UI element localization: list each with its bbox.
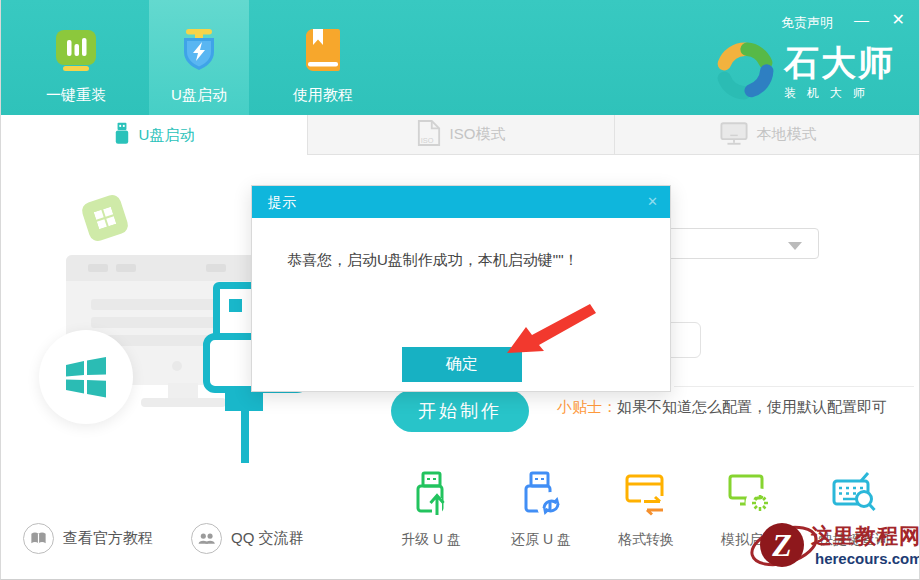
- tab-label: U盘启动: [139, 126, 195, 145]
- nav-label: 一键重装: [26, 86, 126, 105]
- book-icon: [300, 27, 346, 73]
- watermark-z-logo: Z: [747, 508, 819, 580]
- usb-drive-pin: [229, 299, 242, 312]
- close-button[interactable]: ✕: [892, 10, 905, 29]
- chevron-down-icon: [788, 242, 802, 250]
- tool-upgrade-usb[interactable]: 升级 U 盘: [383, 470, 479, 549]
- tab-local-mode[interactable]: 本地模式: [614, 115, 920, 155]
- link-label: 查看官方教程: [63, 529, 153, 548]
- nav-label: 使用教程: [273, 86, 373, 105]
- minimize-button[interactable]: —: [854, 11, 869, 28]
- prompt-dialog: 提示 ✕ 恭喜您，启动U盘制作成功，本机启动键""！ 确定: [251, 185, 671, 392]
- windows-logo-badge: [39, 330, 133, 424]
- monitor-icon: [720, 121, 748, 149]
- monitor-stand: [168, 383, 198, 399]
- tool-label: 还原 U 盘: [511, 531, 571, 549]
- dialog-message: 恭喜您，启动U盘制作成功，本机启动键""！: [287, 251, 640, 270]
- tool-restore-usb[interactable]: 还原 U 盘: [493, 470, 589, 549]
- disclaimer-link[interactable]: 免责声明: [781, 14, 833, 32]
- tab-label: ISO模式: [450, 125, 506, 144]
- dialog-close-icon[interactable]: ✕: [647, 186, 658, 218]
- official-tutorial-link[interactable]: 查看官方教程: [23, 523, 153, 554]
- tab-label: 本地模式: [757, 125, 817, 144]
- tool-label: 格式转换: [618, 531, 674, 549]
- nav-item-one-key-reinstall[interactable]: 一键重装: [26, 0, 126, 115]
- tab-iso-mode[interactable]: ISO ISO模式: [307, 115, 614, 155]
- usb-cable: [241, 410, 249, 463]
- monitor-stand-base: [141, 398, 226, 407]
- bar-chart-icon: [53, 27, 99, 73]
- tab-usb-boot[interactable]: U盘启动: [1, 115, 307, 155]
- tool-format-convert[interactable]: 格式转换: [598, 470, 694, 549]
- format-convert-icon: [623, 470, 669, 522]
- tip-text: 小贴士：如果不知道怎么配置，使用默认配置即可: [557, 398, 887, 417]
- brand-tagline: 装机大师: [784, 85, 895, 102]
- qq-group-link[interactable]: QQ 交流群: [191, 523, 304, 554]
- main-area: 开始制作 小贴士：如果不知道怎么配置，使用默认配置即可 提示 ✕ 恭喜您，启动U…: [1, 155, 920, 580]
- shield-usb-icon: [176, 27, 222, 73]
- nav-item-tutorial[interactable]: 使用教程: [273, 0, 373, 115]
- usb-cable-plug: [225, 392, 263, 411]
- usb-restore-icon: [518, 470, 564, 522]
- iso-file-icon: ISO: [417, 119, 441, 150]
- people-group-icon: [191, 523, 222, 554]
- brand-name: 石大师: [784, 45, 895, 81]
- dialog-title-text: 提示: [268, 194, 296, 210]
- start-make-button[interactable]: 开始制作: [391, 390, 529, 432]
- watermark-site-name: 这里教程网: [811, 522, 920, 550]
- nav-label: U盘启动: [149, 86, 249, 105]
- open-book-icon: [23, 523, 54, 554]
- header: 一键重装 U盘启动 使用教程: [1, 0, 920, 115]
- brand-logo: 石大师 装机大师: [714, 40, 895, 106]
- link-label: QQ 交流群: [231, 529, 304, 548]
- tool-label: 升级 U 盘: [401, 531, 461, 549]
- dialog-titlebar: 提示 ✕: [252, 186, 670, 218]
- site-watermark: Z 这里教程网 herecours.com: [747, 508, 920, 580]
- section-divider: [674, 386, 914, 387]
- app-window: 一键重装 U盘启动 使用教程: [0, 0, 920, 580]
- nav-item-usb-boot[interactable]: U盘启动: [149, 0, 249, 115]
- windows-tile-icon: [80, 193, 130, 243]
- tip-body: 如果不知道怎么配置，使用默认配置即可: [617, 398, 887, 415]
- tip-label: 小贴士：: [557, 398, 617, 415]
- svg-text:Z: Z: [771, 527, 792, 563]
- usb-stick-icon: [114, 122, 130, 148]
- mode-tabbar: U盘启动 ISO ISO模式 本地模式: [1, 115, 920, 155]
- ok-button[interactable]: 确定: [402, 347, 522, 382]
- usb-upgrade-icon: [408, 470, 454, 522]
- svg-text:ISO: ISO: [420, 136, 433, 145]
- watermark-domain: herecours.com: [815, 550, 920, 567]
- brand-swirl-icon: [714, 40, 776, 106]
